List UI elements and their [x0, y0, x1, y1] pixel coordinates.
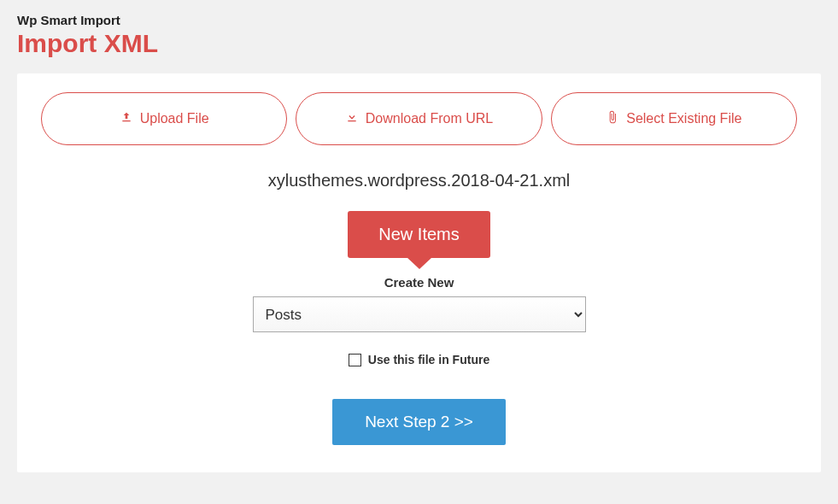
upload-file-button[interactable]: Upload File	[41, 92, 287, 145]
page-title: Import XML	[17, 29, 821, 58]
plugin-name: Wp Smart Import	[17, 13, 821, 27]
next-step-button[interactable]: Next Step 2 >>	[332, 399, 506, 445]
future-file-label: Use this file in Future	[368, 353, 489, 366]
download-url-button[interactable]: Download From URL	[296, 92, 542, 145]
download-icon	[345, 110, 359, 127]
download-url-label: Download From URL	[366, 111, 493, 126]
upload-icon	[120, 110, 133, 127]
selected-filename: xylusthemes.wordpress.2018-04-21.xml	[41, 171, 797, 190]
attachment-icon	[606, 110, 619, 127]
main-card: Upload File Download From URL Select Exi…	[17, 73, 821, 472]
select-existing-label: Select Existing File	[626, 111, 741, 126]
create-new-label: Create New	[41, 275, 797, 290]
tab-row: Upload File Download From URL Select Exi…	[41, 92, 797, 145]
upload-file-label: Upload File	[140, 111, 209, 126]
future-file-checkbox[interactable]	[349, 354, 361, 366]
post-type-select[interactable]: Posts	[253, 296, 586, 332]
new-items-badge: New Items	[348, 211, 489, 258]
select-existing-button[interactable]: Select Existing File	[551, 92, 797, 145]
